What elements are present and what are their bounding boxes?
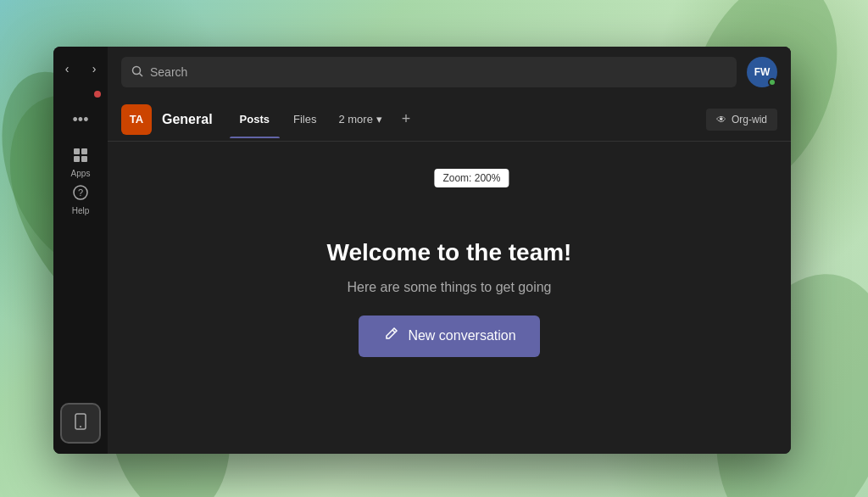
channel-header: TA General Posts Files 2 more ▾ + 👁: [108, 98, 791, 142]
tab-files-label: Files: [293, 113, 316, 126]
avatar-initials: FW: [754, 66, 771, 78]
svg-rect-8: [81, 156, 87, 162]
teams-window: ‹ › ••• Apps ?: [53, 47, 791, 454]
channel-name: General: [162, 112, 213, 127]
search-icon: [131, 65, 143, 80]
main-content: Search FW TA General Posts Files 2 m: [108, 47, 791, 454]
more-options-button[interactable]: •••: [60, 104, 101, 135]
svg-point-12: [80, 426, 81, 427]
user-avatar[interactable]: FW: [747, 57, 777, 87]
eye-icon: 👁: [716, 114, 726, 126]
svg-text:?: ?: [78, 187, 83, 198]
svg-rect-5: [74, 148, 80, 154]
left-nav: ‹ › ••• Apps ?: [53, 47, 108, 454]
tab-more-label: 2 more: [338, 113, 372, 126]
tab-posts[interactable]: Posts: [230, 101, 280, 137]
content-area: Zoom: 200% Welcome to the team! Here are…: [108, 142, 791, 454]
apps-nav-button[interactable]: Apps: [60, 145, 101, 179]
org-wide-button[interactable]: 👁 Org-wid: [706, 109, 777, 131]
phone-button[interactable]: [60, 403, 101, 444]
tab-more-button[interactable]: 2 more ▾: [330, 101, 390, 137]
new-conversation-label: New conversation: [408, 328, 515, 343]
notification-dot: [94, 91, 101, 98]
help-label: Help: [72, 206, 90, 215]
add-icon: +: [402, 110, 411, 128]
new-conversation-button[interactable]: New conversation: [359, 316, 539, 357]
avatar-status: [768, 78, 776, 87]
nav-back-forward: ‹ ›: [55, 57, 106, 81]
tab-files[interactable]: Files: [283, 101, 326, 137]
back-button[interactable]: ‹: [55, 57, 79, 81]
zoom-tooltip-text: Zoom: 200%: [442, 172, 500, 184]
zoom-tooltip: Zoom: 200%: [434, 169, 509, 187]
top-bar: Search FW: [108, 47, 791, 98]
svg-point-13: [133, 66, 141, 74]
channel-tabs: Posts Files 2 more ▾ +: [230, 101, 418, 137]
team-initials: TA: [130, 113, 143, 126]
more-icon: •••: [73, 111, 89, 129]
compose-icon: [382, 326, 399, 347]
add-tab-button[interactable]: +: [394, 108, 418, 131]
org-wide-label: Org-wid: [732, 114, 767, 126]
svg-rect-6: [81, 148, 87, 154]
help-icon: ?: [72, 184, 89, 204]
help-nav-button[interactable]: ? Help: [60, 182, 101, 216]
welcome-title: Welcome to the team!: [327, 239, 572, 266]
forward-button[interactable]: ›: [82, 57, 106, 81]
welcome-subtitle: Here are some things to get going: [347, 280, 551, 295]
chevron-down-icon: ▾: [376, 113, 382, 126]
team-avatar: TA: [121, 104, 152, 135]
svg-line-14: [140, 73, 143, 76]
tab-posts-label: Posts: [240, 113, 270, 126]
phone-icon: [71, 412, 90, 435]
search-box[interactable]: Search: [121, 57, 737, 87]
svg-rect-7: [74, 156, 80, 162]
apps-label: Apps: [71, 169, 91, 178]
search-placeholder: Search: [150, 65, 187, 79]
apps-icon: [72, 147, 89, 166]
